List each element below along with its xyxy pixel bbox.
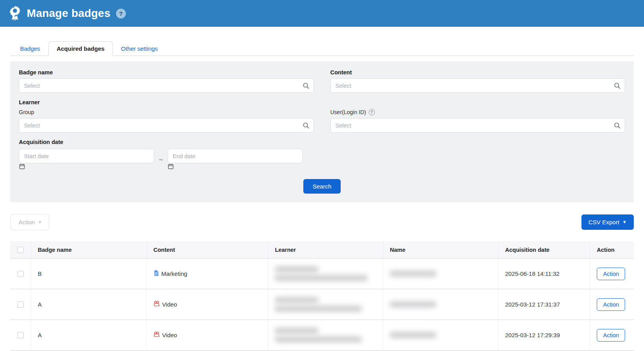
content-label: Content [330, 69, 626, 76]
badge-name-select[interactable] [19, 78, 314, 93]
calendar-icon[interactable] [19, 164, 25, 171]
row-action-button[interactable]: Action [597, 298, 625, 311]
tab-acquired-badges[interactable]: Acquired badges [48, 41, 113, 56]
row-action-button[interactable]: Action [597, 268, 625, 280]
group-label: Group [19, 109, 314, 115]
column-header-learner: Learner [268, 241, 383, 258]
bulk-action-button[interactable]: Action ▾ [10, 214, 49, 230]
user-login-id-label: User(Login ID) ? [330, 109, 626, 115]
filter-panel: Badge name Content Learner [10, 61, 634, 202]
cell-badge-name: A [31, 289, 147, 320]
bulk-action-label: Action [18, 219, 35, 225]
acquisition-date-label: Acquisition date [19, 139, 625, 145]
table-row: AVideo2025-03-12 17:31:37Action [10, 289, 634, 320]
appbar: Manage badges ? [0, 0, 644, 27]
page-help-icon[interactable]: ? [116, 9, 126, 18]
ribbon-badge-icon [7, 5, 23, 22]
row-checkbox[interactable] [17, 301, 24, 308]
tab-other-settings[interactable]: Other settings [113, 41, 166, 56]
search-button[interactable]: Search [303, 179, 341, 194]
cell-badge-name: B [31, 259, 147, 289]
learner-section-label: Learner [19, 99, 625, 105]
cell-content: Video [153, 331, 177, 339]
search-icon [614, 122, 621, 129]
document-icon [153, 270, 159, 277]
cell-acquisition-date: 2025-06-18 14:11:32 [498, 259, 590, 289]
select-all-checkbox[interactable] [17, 247, 24, 253]
cell-badge-name: A [31, 320, 147, 350]
column-header-action: Action [590, 241, 634, 258]
row-action-button[interactable]: Action [597, 329, 625, 342]
group-select[interactable] [19, 118, 314, 133]
content-select[interactable] [330, 78, 626, 93]
search-icon [303, 122, 310, 129]
end-date-input[interactable] [168, 149, 303, 163]
user-login-id-text: User(Login ID) [330, 109, 366, 115]
csv-export-label: CSV Export [589, 219, 619, 225]
table-body: BMarketing2025-06-18 14:11:32ActionAVide… [10, 259, 634, 351]
search-icon [614, 82, 621, 89]
redacted-name [390, 271, 436, 277]
cell-content: Video [153, 301, 177, 308]
tab-badges[interactable]: Badges [12, 41, 48, 56]
page-title: Manage badges [27, 7, 111, 20]
caret-down-icon: ▼ [622, 220, 627, 224]
video-icon [153, 301, 160, 308]
video-icon [153, 331, 160, 339]
calendar-icon[interactable] [168, 164, 174, 171]
cell-acquisition-date: 2025-03-12 17:31:37 [498, 289, 590, 320]
cell-content: Marketing [153, 270, 187, 277]
table-header-row: Badge name Content Learner Name Acquisit… [10, 241, 634, 259]
tab-bar: BadgesAcquired badgesOther settings [10, 41, 634, 56]
redacted-name [390, 301, 436, 307]
redacted-learner [275, 266, 367, 281]
table-row: AVideo2025-03-12 17:29:39Action [10, 320, 634, 351]
csv-export-button[interactable]: CSV Export ▼ [581, 214, 634, 230]
row-checkbox[interactable] [17, 271, 24, 277]
user-login-help-icon[interactable]: ? [369, 109, 375, 115]
redacted-learner [275, 328, 362, 342]
search-icon [303, 82, 310, 89]
redacted-name [390, 332, 436, 338]
column-header-content: Content [147, 241, 268, 258]
row-checkbox[interactable] [17, 332, 24, 338]
caret-down-icon: ▾ [39, 220, 41, 224]
acquired-badges-table: Badge name Content Learner Name Acquisit… [10, 241, 634, 351]
date-range-separator: ~ [159, 156, 163, 164]
column-header-acquisition-date: Acquisition date [498, 241, 590, 258]
column-header-badge-name: Badge name [31, 241, 147, 258]
table-toolbar: Action ▾ CSV Export ▼ [10, 214, 634, 230]
start-date-input[interactable] [19, 149, 154, 163]
content-title: Marketing [161, 270, 187, 277]
cell-acquisition-date: 2025-03-12 17:29:39 [498, 320, 590, 350]
user-login-select[interactable] [330, 118, 626, 133]
redacted-learner [275, 297, 362, 312]
badge-name-label: Badge name [19, 69, 314, 76]
table-row: BMarketing2025-06-18 14:11:32Action [10, 259, 634, 289]
content-title: Video [162, 332, 177, 338]
column-header-name: Name [383, 241, 498, 258]
manage-badges-page: Manage badges ? BadgesAcquired badgesOth… [0, 0, 644, 351]
content-title: Video [162, 301, 177, 308]
